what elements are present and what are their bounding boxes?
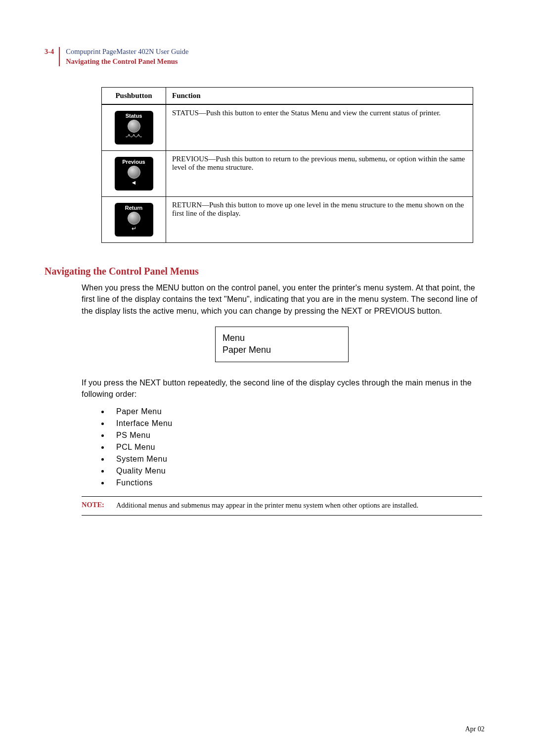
cell-button: Previous ◄	[102, 151, 166, 197]
cell-function: STATUS—Push this button to enter the Sta…	[166, 104, 473, 151]
previous-button-icon: Previous ◄	[115, 157, 153, 190]
term-next: NEXT	[139, 378, 161, 387]
term-menu: MENU	[156, 284, 179, 292]
section-heading: Navigating the Control Panel Menus	[44, 266, 485, 277]
list-item: Interface Menu	[109, 419, 482, 428]
text: If you press the	[82, 378, 139, 387]
doc-subtitle: Navigating the Control Panel Menus	[66, 57, 188, 67]
paragraph-2: If you press the NEXT button repeatedly,…	[82, 377, 482, 400]
paragraph-1: When you press the MENU button on the co…	[82, 282, 482, 317]
table-row: Status -^-^-^- STATUS—Push this button t…	[102, 104, 473, 151]
lcd-line-2: Paper Menu	[222, 344, 341, 356]
doc-title: Compuprint PageMaster 402N User Guide	[66, 47, 188, 57]
list-item: Quality Menu	[109, 467, 482, 475]
col-pushbutton: Pushbutton	[102, 88, 166, 105]
cell-function: PREVIOUS—Push this button to return to t…	[166, 151, 473, 197]
term-previous: PREVIOUS	[374, 307, 415, 315]
page-number: 3-4	[44, 47, 54, 56]
button-circle	[128, 120, 140, 133]
menu-order-list: Paper Menu Interface Menu PS Menu PCL Me…	[109, 407, 482, 487]
button-label: Return	[125, 205, 142, 211]
note-text: Additional menus and submenus may appear…	[116, 501, 418, 511]
list-item: Functions	[109, 478, 482, 487]
page: 3-4 Compuprint PageMaster 402N User Guid…	[0, 0, 534, 756]
list-item: System Menu	[109, 455, 482, 464]
button-circle	[128, 166, 140, 179]
list-item: Paper Menu	[109, 407, 482, 416]
header-rule	[59, 47, 60, 66]
note-block: NOTE: Additional menus and submenus may …	[82, 496, 482, 516]
text: When you press the	[82, 284, 156, 292]
footer-date: Apr 02	[465, 725, 485, 733]
table-row: Previous ◄ PREVIOUS—Push this button to …	[102, 151, 473, 197]
lcd-line-1: Menu	[222, 332, 341, 344]
return-button-icon: Return ↵	[115, 203, 153, 236]
running-header: 3-4 Compuprint PageMaster 402N User Guid…	[44, 47, 485, 66]
button-label: Status	[126, 113, 142, 119]
cell-button: Status -^-^-^-	[102, 104, 166, 151]
button-sub: -^-^-^-	[126, 134, 142, 140]
body-indent: When you press the MENU button on the co…	[82, 282, 482, 516]
button-sub: ↵	[132, 226, 136, 232]
status-button-icon: Status -^-^-^-	[115, 111, 153, 144]
button-circle	[128, 212, 140, 225]
term-menu-word: Menu	[227, 295, 247, 303]
col-function: Function	[166, 88, 473, 105]
button-label: Previous	[122, 159, 145, 165]
button-sub: ◄	[131, 180, 137, 186]
note-label: NOTE:	[82, 501, 104, 511]
list-item: PCL Menu	[109, 443, 482, 452]
pushbutton-table: Pushbutton Function Status -^-^-^- STATU…	[101, 87, 473, 243]
text: or	[362, 307, 374, 315]
lcd-display: Menu Paper Menu	[215, 327, 349, 363]
text: button.	[415, 307, 442, 315]
table-row: Return ↵ RETURN—Push this button to move…	[102, 197, 473, 243]
cell-function: RETURN—Push this button to move up one l…	[166, 197, 473, 243]
list-item: PS Menu	[109, 431, 482, 440]
term-next: NEXT	[341, 307, 362, 315]
header-lines: Compuprint PageMaster 402N User Guide Na…	[66, 47, 188, 66]
cell-button: Return ↵	[102, 197, 166, 243]
